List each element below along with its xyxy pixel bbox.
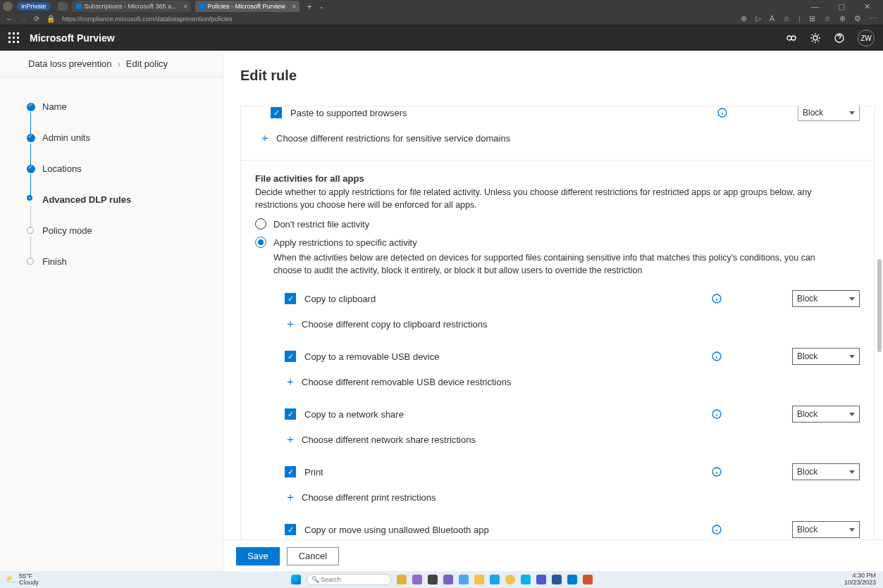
taskbar-app-icon[interactable] xyxy=(412,575,422,584)
avatar[interactable]: ZW xyxy=(858,30,875,46)
panel-title: Edit rule xyxy=(223,51,883,95)
checkbox-copy-to-a-network-share[interactable] xyxy=(285,408,296,420)
save-button[interactable]: Save xyxy=(236,547,280,565)
cancel-button[interactable]: Cancel xyxy=(287,547,339,565)
tab-favicon xyxy=(199,4,205,9)
scrollbar-thumb[interactable] xyxy=(877,259,882,352)
activity-label: Paste to supported browsers xyxy=(290,108,544,118)
plus-icon: ＋ xyxy=(285,432,296,447)
taskbar-search[interactable]: 🔍 Search xyxy=(307,574,391,585)
radio-icon-selected xyxy=(255,237,266,248)
back-icon[interactable]: ← xyxy=(6,15,13,23)
add-link-label: Choose different print restrictions xyxy=(302,492,436,503)
tab-preview-icon[interactable] xyxy=(58,2,68,11)
taskbar-app-icon[interactable] xyxy=(474,575,484,584)
step-bullet-icon xyxy=(27,165,35,173)
extensions-icon[interactable]: ⚙ xyxy=(854,14,861,23)
app-title: Microsoft Purview xyxy=(30,32,115,44)
info-icon[interactable] xyxy=(712,467,722,477)
action-select[interactable]: Block xyxy=(792,290,860,307)
step-admin-units[interactable]: Admin units xyxy=(27,132,210,163)
action-select[interactable]: Block xyxy=(798,106,860,121)
step-name[interactable]: Name xyxy=(27,101,210,132)
taskbar-app-icon[interactable] xyxy=(567,575,577,584)
more-icon[interactable]: ⋯ xyxy=(870,14,877,23)
taskbar-app-icon[interactable] xyxy=(552,575,562,584)
profile-icon[interactable] xyxy=(3,1,13,11)
taskbar-app-icon[interactable] xyxy=(521,575,531,584)
scroll-area[interactable]: Paste to supported browsers Block ＋ Choo… xyxy=(240,106,875,539)
close-icon[interactable]: ✕ xyxy=(292,4,297,10)
wizard-stepper: NameAdmin unitsLocationsAdvanced DLP rul… xyxy=(27,101,210,287)
checkbox-paste-browsers[interactable] xyxy=(271,107,282,118)
new-tab-button[interactable]: ＋ xyxy=(305,1,314,13)
close-icon[interactable]: ✕ xyxy=(183,4,188,10)
add-restriction-link[interactable]: ＋Choose different print restrictions xyxy=(269,487,860,508)
refresh-icon[interactable]: ⟳ xyxy=(34,15,39,23)
browser-tab[interactable]: Subscriptions - Microsoft 365 a... ✕ xyxy=(72,1,191,12)
radio-dont-restrict[interactable]: Don't restrict file activity xyxy=(255,218,860,230)
breadcrumb-current: Edit policy xyxy=(126,58,168,69)
activity-label: Copy to a network share xyxy=(304,409,558,420)
windows-taskbar: ⛅ 55°F Cloudy 🔍 Search 4:30 PM 10/23/202… xyxy=(0,571,883,588)
checkbox-print[interactable] xyxy=(285,466,296,477)
text-size-icon[interactable]: A xyxy=(770,14,774,23)
svg-rect-1 xyxy=(13,32,15,35)
taskbar-app-icon[interactable] xyxy=(536,575,546,584)
app-launcher-icon[interactable] xyxy=(8,32,20,44)
lock-icon[interactable]: 🔒 xyxy=(47,15,55,23)
help-icon[interactable] xyxy=(834,32,845,44)
collections-icon[interactable]: ⊕ xyxy=(839,14,846,23)
add-restriction-link[interactable]: ＋Choose different removable USB device r… xyxy=(269,371,860,392)
taskbar-app-icon[interactable] xyxy=(490,575,500,584)
step-label: Finish xyxy=(42,256,67,267)
step-bullet-icon xyxy=(27,134,35,142)
svg-rect-7 xyxy=(13,41,15,43)
taskbar-app-icon[interactable] xyxy=(505,575,515,584)
taskbar-app-icon[interactable] xyxy=(459,575,469,584)
radio-apply-restrictions[interactable]: Apply restrictions to specific activity xyxy=(255,237,860,248)
step-label: Policy mode xyxy=(42,225,92,236)
info-icon[interactable] xyxy=(712,294,722,304)
add-domain-restriction-link[interactable]: ＋ Choose different restrictions for sens… xyxy=(255,127,860,149)
action-select[interactable]: Block xyxy=(792,406,860,423)
weather-widget[interactable]: ⛅ 55°F Cloudy xyxy=(0,573,39,586)
start-icon[interactable] xyxy=(291,575,301,584)
taskbar-app-icon[interactable] xyxy=(428,575,438,584)
action-select[interactable]: Block xyxy=(792,463,860,480)
panel-footer: Save Cancel xyxy=(223,539,883,572)
tab-menu-icon[interactable]: ⌄ xyxy=(319,4,324,10)
taskbar-app-icon[interactable] xyxy=(397,575,407,584)
step-bullet-icon xyxy=(27,258,34,265)
taskbar-clock[interactable]: 4:30 PM 10/23/2023 xyxy=(844,573,883,587)
step-locations[interactable]: Locations xyxy=(27,163,210,194)
add-restriction-link[interactable]: ＋Choose different network share restrict… xyxy=(269,429,860,450)
info-icon[interactable] xyxy=(717,108,727,118)
gear-icon[interactable] xyxy=(810,32,821,44)
favorites-bar-icon[interactable]: ☆ xyxy=(824,14,831,23)
taskbar-app-icon[interactable] xyxy=(583,575,593,584)
step-advanced-dlp-rules[interactable]: Advanced DLP rules xyxy=(27,194,210,225)
url-text[interactable]: https://compliance.microsoft.com/datalos… xyxy=(62,15,734,23)
step-policy-mode: Policy mode xyxy=(27,225,210,256)
action-select[interactable]: Block xyxy=(792,348,860,365)
checkbox-copy-to-a-removable-usb-device[interactable] xyxy=(285,351,296,362)
activity-label: Copy to clipboard xyxy=(304,294,558,304)
clock-date: 10/23/2023 xyxy=(844,580,876,587)
info-icon[interactable] xyxy=(712,351,722,361)
breadcrumb-parent[interactable]: Data loss prevention xyxy=(28,58,112,69)
info-icon[interactable] xyxy=(712,409,722,419)
checkbox-copy-to-clipboard[interactable] xyxy=(285,293,296,304)
checkbox-copy-or-move-using-unallowed-bluetooth-app[interactable] xyxy=(285,524,296,535)
info-icon[interactable] xyxy=(712,525,722,534)
link-icon[interactable] xyxy=(786,32,797,44)
app-icon[interactable]: ⊞ xyxy=(809,14,815,23)
favorite-icon[interactable]: ☆ xyxy=(783,14,790,23)
action-select[interactable]: Block xyxy=(792,521,860,538)
browser-tab-active[interactable]: Policies - Microsoft Purview ✕ xyxy=(195,1,300,12)
taskbar-app-icon[interactable] xyxy=(443,575,453,584)
add-restriction-link[interactable]: ＋Choose different copy to clipboard rest… xyxy=(269,313,860,334)
read-aloud-icon[interactable]: ▷ xyxy=(755,14,761,23)
zoom-icon[interactable]: ⊕ xyxy=(741,14,747,23)
window-controls[interactable]: — ▢ ✕ xyxy=(811,2,883,11)
